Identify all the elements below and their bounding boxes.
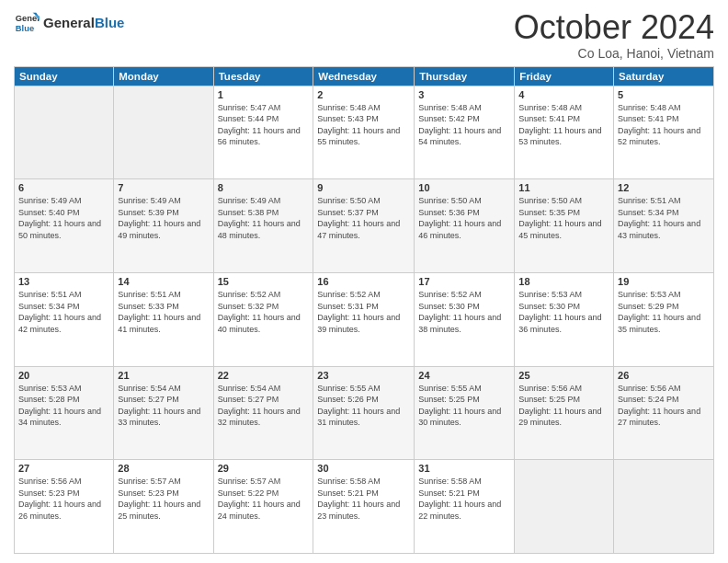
day-detail: Sunrise: 5:56 AMSunset: 5:24 PMDaylight:… bbox=[618, 383, 710, 429]
day-detail: Sunrise: 5:48 AMSunset: 5:41 PMDaylight:… bbox=[518, 102, 609, 148]
header-row: Sunday Monday Tuesday Wednesday Thursday… bbox=[15, 66, 714, 86]
cell-0-0 bbox=[15, 86, 114, 179]
day-number: 20 bbox=[18, 370, 109, 381]
cell-0-4: 3 Sunrise: 5:48 AMSunset: 5:42 PMDayligh… bbox=[415, 86, 515, 179]
logo-general: General bbox=[43, 15, 95, 30]
col-monday: Monday bbox=[114, 66, 213, 86]
day-number: 22 bbox=[218, 370, 310, 381]
day-detail: Sunrise: 5:48 AMSunset: 5:43 PMDaylight:… bbox=[317, 102, 410, 148]
day-number: 25 bbox=[518, 370, 609, 381]
cell-2-3: 16 Sunrise: 5:52 AMSunset: 5:31 PMDaylig… bbox=[313, 272, 415, 366]
cell-1-3: 9 Sunrise: 5:50 AMSunset: 5:37 PMDayligh… bbox=[313, 179, 415, 273]
day-number: 30 bbox=[317, 463, 410, 474]
day-detail: Sunrise: 5:49 AMSunset: 5:40 PMDaylight:… bbox=[18, 195, 109, 241]
day-number: 8 bbox=[218, 182, 310, 193]
cell-1-4: 10 Sunrise: 5:50 AMSunset: 5:36 PMDaylig… bbox=[415, 179, 515, 273]
cell-4-1: 28 Sunrise: 5:57 AMSunset: 5:23 PMDaylig… bbox=[114, 460, 213, 554]
day-detail: Sunrise: 5:53 AMSunset: 5:28 PMDaylight:… bbox=[18, 383, 109, 429]
cell-2-6: 19 Sunrise: 5:53 AMSunset: 5:29 PMDaylig… bbox=[614, 272, 714, 366]
cell-3-6: 26 Sunrise: 5:56 AMSunset: 5:24 PMDaylig… bbox=[614, 366, 714, 460]
week-row-0: 1 Sunrise: 5:47 AMSunset: 5:44 PMDayligh… bbox=[15, 86, 714, 179]
day-number: 15 bbox=[218, 276, 310, 287]
cell-0-6: 5 Sunrise: 5:48 AMSunset: 5:41 PMDayligh… bbox=[614, 86, 714, 179]
day-number: 11 bbox=[518, 182, 609, 193]
week-row-4: 27 Sunrise: 5:56 AMSunset: 5:23 PMDaylig… bbox=[15, 460, 714, 554]
cell-0-2: 1 Sunrise: 5:47 AMSunset: 5:44 PMDayligh… bbox=[213, 86, 313, 179]
day-detail: Sunrise: 5:47 AMSunset: 5:44 PMDaylight:… bbox=[218, 102, 310, 148]
month-title: October 2024 bbox=[514, 9, 714, 46]
day-number: 12 bbox=[618, 182, 710, 193]
day-detail: Sunrise: 5:51 AMSunset: 5:34 PMDaylight:… bbox=[618, 195, 710, 241]
cell-4-3: 30 Sunrise: 5:58 AMSunset: 5:21 PMDaylig… bbox=[313, 460, 415, 554]
day-number: 29 bbox=[218, 463, 310, 474]
day-number: 19 bbox=[618, 276, 710, 287]
col-thursday: Thursday bbox=[415, 66, 515, 86]
cell-1-5: 11 Sunrise: 5:50 AMSunset: 5:35 PMDaylig… bbox=[515, 179, 614, 273]
day-detail: Sunrise: 5:51 AMSunset: 5:34 PMDaylight:… bbox=[18, 289, 109, 335]
cell-2-1: 14 Sunrise: 5:51 AMSunset: 5:33 PMDaylig… bbox=[114, 272, 213, 366]
day-detail: Sunrise: 5:53 AMSunset: 5:30 PMDaylight:… bbox=[518, 289, 609, 335]
svg-text:Blue: Blue bbox=[16, 24, 34, 33]
day-number: 7 bbox=[118, 182, 209, 193]
day-number: 17 bbox=[418, 276, 510, 287]
day-number: 9 bbox=[317, 182, 410, 193]
cell-4-6 bbox=[614, 460, 714, 554]
day-detail: Sunrise: 5:48 AMSunset: 5:42 PMDaylight:… bbox=[418, 102, 510, 148]
day-detail: Sunrise: 5:52 AMSunset: 5:30 PMDaylight:… bbox=[418, 289, 510, 335]
day-number: 24 bbox=[418, 370, 510, 381]
day-detail: Sunrise: 5:49 AMSunset: 5:39 PMDaylight:… bbox=[118, 195, 209, 241]
day-detail: Sunrise: 5:56 AMSunset: 5:23 PMDaylight:… bbox=[18, 476, 109, 522]
day-number: 28 bbox=[118, 463, 209, 474]
cell-4-5 bbox=[515, 460, 614, 554]
logo-blue: Blue bbox=[95, 15, 125, 30]
day-detail: Sunrise: 5:50 AMSunset: 5:35 PMDaylight:… bbox=[518, 195, 609, 241]
cell-1-6: 12 Sunrise: 5:51 AMSunset: 5:34 PMDaylig… bbox=[614, 179, 714, 273]
cell-2-2: 15 Sunrise: 5:52 AMSunset: 5:32 PMDaylig… bbox=[213, 272, 313, 366]
day-detail: Sunrise: 5:48 AMSunset: 5:41 PMDaylight:… bbox=[618, 102, 710, 148]
day-number: 27 bbox=[18, 463, 109, 474]
cell-2-4: 17 Sunrise: 5:52 AMSunset: 5:30 PMDaylig… bbox=[415, 272, 515, 366]
day-number: 2 bbox=[317, 89, 410, 100]
cell-4-0: 27 Sunrise: 5:56 AMSunset: 5:23 PMDaylig… bbox=[15, 460, 114, 554]
day-detail: Sunrise: 5:49 AMSunset: 5:38 PMDaylight:… bbox=[218, 195, 310, 241]
week-row-2: 13 Sunrise: 5:51 AMSunset: 5:34 PMDaylig… bbox=[15, 272, 714, 366]
cell-0-5: 4 Sunrise: 5:48 AMSunset: 5:41 PMDayligh… bbox=[515, 86, 614, 179]
col-sunday: Sunday bbox=[15, 66, 114, 86]
title-block: October 2024 Co Loa, Hanoi, Vietnam bbox=[514, 9, 714, 61]
cell-3-5: 25 Sunrise: 5:56 AMSunset: 5:25 PMDaylig… bbox=[515, 366, 614, 460]
day-detail: Sunrise: 5:52 AMSunset: 5:31 PMDaylight:… bbox=[317, 289, 410, 335]
day-detail: Sunrise: 5:50 AMSunset: 5:37 PMDaylight:… bbox=[317, 195, 410, 241]
day-detail: Sunrise: 5:54 AMSunset: 5:27 PMDaylight:… bbox=[118, 383, 209, 429]
cell-1-0: 6 Sunrise: 5:49 AMSunset: 5:40 PMDayligh… bbox=[15, 179, 114, 273]
day-detail: Sunrise: 5:57 AMSunset: 5:22 PMDaylight:… bbox=[218, 476, 310, 522]
day-number: 1 bbox=[218, 89, 310, 100]
cell-2-0: 13 Sunrise: 5:51 AMSunset: 5:34 PMDaylig… bbox=[15, 272, 114, 366]
cell-0-1 bbox=[114, 86, 213, 179]
cell-3-2: 22 Sunrise: 5:54 AMSunset: 5:27 PMDaylig… bbox=[213, 366, 313, 460]
day-detail: Sunrise: 5:53 AMSunset: 5:29 PMDaylight:… bbox=[618, 289, 710, 335]
day-number: 10 bbox=[418, 182, 510, 193]
col-saturday: Saturday bbox=[614, 66, 714, 86]
page: General Blue General Blue October 2024 C… bbox=[0, 0, 728, 563]
day-detail: Sunrise: 5:58 AMSunset: 5:21 PMDaylight:… bbox=[418, 476, 510, 522]
week-row-3: 20 Sunrise: 5:53 AMSunset: 5:28 PMDaylig… bbox=[15, 366, 714, 460]
day-number: 16 bbox=[317, 276, 410, 287]
cell-3-0: 20 Sunrise: 5:53 AMSunset: 5:28 PMDaylig… bbox=[15, 366, 114, 460]
day-number: 14 bbox=[118, 276, 209, 287]
cell-3-4: 24 Sunrise: 5:55 AMSunset: 5:25 PMDaylig… bbox=[415, 366, 515, 460]
day-detail: Sunrise: 5:55 AMSunset: 5:25 PMDaylight:… bbox=[418, 383, 510, 429]
header: General Blue General Blue October 2024 C… bbox=[14, 9, 714, 61]
cell-2-5: 18 Sunrise: 5:53 AMSunset: 5:30 PMDaylig… bbox=[515, 272, 614, 366]
day-detail: Sunrise: 5:51 AMSunset: 5:33 PMDaylight:… bbox=[118, 289, 209, 335]
col-wednesday: Wednesday bbox=[313, 66, 415, 86]
col-tuesday: Tuesday bbox=[213, 66, 313, 86]
cell-3-3: 23 Sunrise: 5:55 AMSunset: 5:26 PMDaylig… bbox=[313, 366, 415, 460]
calendar-table: Sunday Monday Tuesday Wednesday Thursday… bbox=[14, 66, 714, 554]
day-detail: Sunrise: 5:58 AMSunset: 5:21 PMDaylight:… bbox=[317, 476, 410, 522]
logo: General Blue General Blue bbox=[14, 9, 124, 35]
day-number: 23 bbox=[317, 370, 410, 381]
cell-1-1: 7 Sunrise: 5:49 AMSunset: 5:39 PMDayligh… bbox=[114, 179, 213, 273]
day-detail: Sunrise: 5:55 AMSunset: 5:26 PMDaylight:… bbox=[317, 383, 410, 429]
day-number: 21 bbox=[118, 370, 209, 381]
day-number: 6 bbox=[18, 182, 109, 193]
